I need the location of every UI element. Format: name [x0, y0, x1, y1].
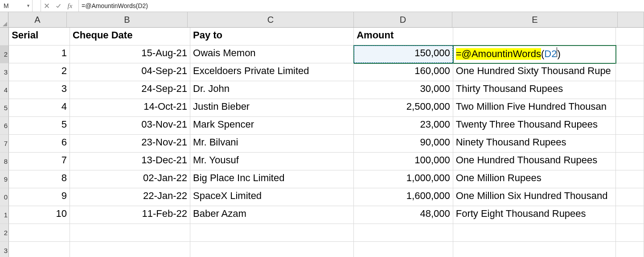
cell-blank[interactable] [70, 224, 190, 242]
cell-serial[interactable]: 4 [9, 99, 70, 117]
cell-payto[interactable]: Mr. Bilvani [190, 135, 354, 153]
cell-blank[interactable] [616, 135, 644, 153]
cell-words[interactable]: One Hundred Thousand Rupees [453, 153, 616, 170]
cell-words[interactable]: One Hundred Sixty Thousand Rupe [453, 63, 616, 81]
cell-amount[interactable]: 1,600,000 [354, 188, 453, 206]
cell-blank[interactable] [354, 242, 453, 257]
cell-amount[interactable]: 30,000 [354, 81, 453, 99]
cell-blank[interactable] [453, 242, 616, 257]
header-serial[interactable]: Serial [9, 28, 70, 46]
cell-blank[interactable] [9, 224, 70, 242]
cell-blank[interactable] [354, 224, 453, 242]
cell-words[interactable]: Twenty Three Thousand Rupees [453, 117, 616, 135]
cell-serial[interactable]: 3 [9, 81, 70, 99]
cell-blank[interactable] [616, 63, 644, 81]
cell-amount[interactable]: 48,000 [354, 206, 453, 224]
cell-words[interactable]: Two Million Five Hundred Thousan [453, 99, 616, 117]
cell-payto[interactable]: SpaceX Limited [190, 188, 354, 206]
cell-serial[interactable]: 2 [9, 63, 70, 81]
cell-date[interactable]: 15-Aug-21 [70, 46, 190, 63]
column-header-d[interactable]: D [354, 12, 452, 27]
cell-blank[interactable] [9, 242, 70, 257]
row-header[interactable]: 9 [0, 170, 9, 188]
cell-blank[interactable] [616, 242, 644, 257]
cell-blank[interactable] [453, 224, 616, 242]
column-header-a[interactable]: A [8, 12, 67, 27]
cell-words[interactable]: One Million Rupees [453, 170, 616, 188]
row-header[interactable]: 8 [0, 153, 9, 170]
cell-serial[interactable]: 5 [9, 117, 70, 135]
cell-payto[interactable]: Exceldoers Private Limited [190, 63, 354, 81]
row-header[interactable]: 2 [0, 46, 9, 63]
row-header[interactable] [0, 28, 9, 46]
cell-words[interactable]: Thirty Thousand Rupees [453, 81, 616, 99]
cell-payto[interactable]: Dr. John [190, 81, 354, 99]
cell-payto[interactable]: Big Place Inc Limited [190, 170, 354, 188]
cell-date[interactable]: 13-Dec-21 [70, 153, 190, 170]
cell-amount[interactable]: 2,500,000 [354, 99, 453, 117]
cell-blank[interactable] [616, 81, 644, 99]
cell-blank[interactable] [616, 188, 644, 206]
cell-amount[interactable]: 100,000 [354, 153, 453, 170]
cell-date[interactable]: 03-Nov-21 [70, 117, 190, 135]
row-header[interactable]: 0 [0, 188, 9, 206]
cell-formula-editing[interactable]: =@AmountinWords(D2) [453, 46, 616, 63]
cell-serial[interactable]: 10 [9, 206, 70, 224]
cell-words[interactable]: Ninety Thousand Rupees [453, 135, 616, 153]
cell-blank[interactable] [616, 224, 644, 242]
row-header[interactable]: 4 [0, 81, 9, 99]
row-header[interactable]: 1 [0, 206, 9, 224]
header-pay-to[interactable]: Pay to [190, 28, 354, 46]
cancel-button[interactable] [41, 0, 53, 12]
cell-blank[interactable] [616, 170, 644, 188]
header-amount[interactable]: Amount [354, 28, 453, 46]
row-header[interactable]: 3 [0, 242, 9, 257]
cell-payto[interactable]: Mr. Yousuf [190, 153, 354, 170]
cell-serial[interactable]: 9 [9, 188, 70, 206]
cell-payto[interactable]: Justin Bieber [190, 99, 354, 117]
column-header-f[interactable] [618, 12, 644, 27]
cell-blank[interactable] [616, 46, 644, 63]
cell-blank[interactable] [70, 242, 190, 257]
cell-blank[interactable] [616, 117, 644, 135]
enter-button[interactable] [53, 0, 64, 12]
cell-blank[interactable] [616, 99, 644, 117]
cell-amount[interactable]: 160,000 [354, 63, 453, 81]
cell-serial[interactable]: 7 [9, 153, 70, 170]
column-header-e[interactable]: E [452, 12, 618, 27]
cell-date[interactable]: 23-Nov-21 [70, 135, 190, 153]
cell-payto[interactable]: Mark Spencer [190, 117, 354, 135]
select-all-corner[interactable] [0, 12, 8, 27]
cell-date[interactable]: 04-Sep-21 [70, 63, 190, 81]
cell-date[interactable]: 24-Sep-21 [70, 81, 190, 99]
cell-words[interactable]: One Million Six Hundred Thousand [453, 188, 616, 206]
cell-blank[interactable] [616, 206, 644, 224]
cell-payto[interactable]: Baber Azam [190, 206, 354, 224]
cell-date[interactable]: 14-Oct-21 [70, 99, 190, 117]
cell-blank[interactable] [616, 153, 644, 170]
formula-input[interactable]: =@AmountinWords(D2) [79, 0, 644, 12]
row-header[interactable]: 3 [0, 63, 9, 81]
cell-date[interactable]: 02-Jan-22 [70, 170, 190, 188]
cell-date[interactable]: 22-Jan-22 [70, 188, 190, 206]
cell-date[interactable]: 11-Feb-22 [70, 206, 190, 224]
cell-blank[interactable] [190, 242, 354, 257]
cell-amount[interactable]: 23,000 [354, 117, 453, 135]
name-box[interactable]: M ▼ [0, 0, 33, 12]
cell-serial[interactable]: 8 [9, 170, 70, 188]
cell-words[interactable]: Forty Eight Thousand Rupees [453, 206, 616, 224]
row-header[interactable]: 6 [0, 117, 9, 135]
header-cheque-date[interactable]: Cheque Date [70, 28, 190, 46]
header-f[interactable] [616, 28, 644, 46]
chevron-down-icon[interactable]: ▼ [26, 4, 30, 8]
cell-amount[interactable]: 90,000 [354, 135, 453, 153]
insert-function-button[interactable]: fx [64, 0, 79, 12]
row-header[interactable]: 2 [0, 224, 9, 242]
row-header[interactable]: 7 [0, 135, 9, 153]
column-header-c[interactable]: C [188, 12, 354, 27]
cell-serial[interactable]: 6 [9, 135, 70, 153]
cell-serial[interactable]: 1 [9, 46, 70, 63]
cell-blank[interactable] [190, 224, 354, 242]
row-header[interactable]: 5 [0, 99, 9, 117]
cell-amount[interactable]: 1,000,000 [354, 170, 453, 188]
